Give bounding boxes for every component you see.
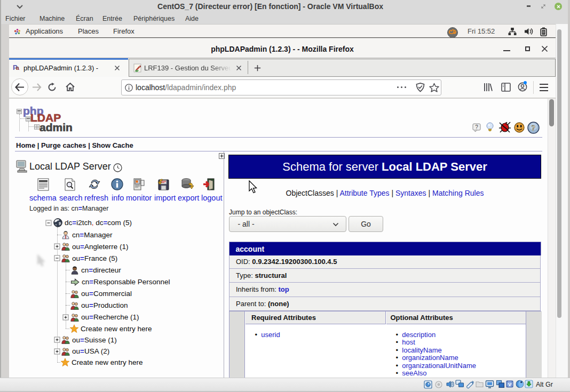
svg-text:?: ? [475,124,478,130]
svg-text:?: ? [532,124,536,132]
svg-text:V: V [508,382,511,387]
